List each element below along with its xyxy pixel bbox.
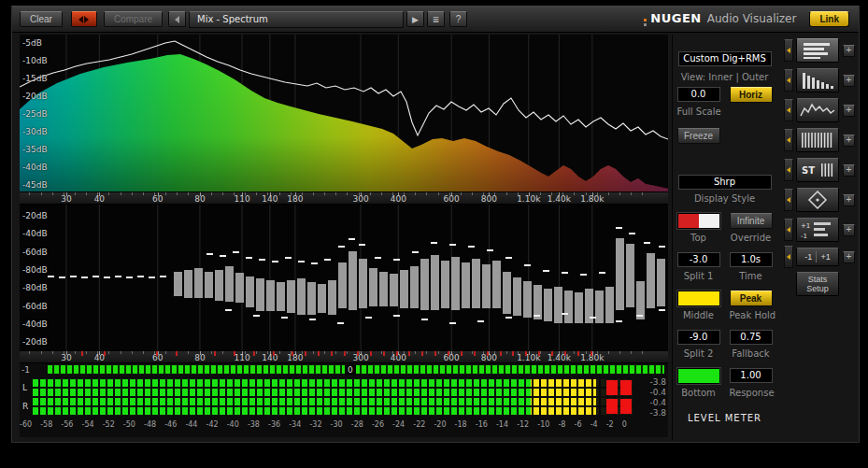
clip-marker [357, 351, 359, 356]
frequency-label: 40 [94, 194, 105, 204]
module-add-button[interactable]: + [843, 194, 855, 206]
axis-tick [52, 351, 53, 354]
axis-tick [188, 192, 189, 195]
db-label: -45dB [22, 181, 48, 190]
module-prev-button[interactable] [784, 39, 793, 62]
module-lines-display-button[interactable] [796, 38, 839, 63]
fallback-value-box[interactable]: 0.75 [730, 330, 773, 345]
clip-marker [331, 351, 333, 356]
stats-setup-button[interactable]: StatsSetup [796, 272, 839, 296]
position-bar[interactable] [48, 365, 664, 374]
clip-marker [104, 351, 106, 356]
module-prev-button[interactable] [784, 69, 793, 92]
top-color-swatch[interactable] [677, 213, 720, 229]
module-row: + [784, 188, 861, 212]
brand-name: NUGEN [650, 11, 701, 25]
module-row: ST + [784, 158, 861, 182]
clear-button[interactable]: Clear [20, 11, 63, 27]
meter-scale-label: -30 [331, 420, 343, 429]
preset-play-button[interactable]: ▶ [406, 11, 424, 27]
spectrum-display[interactable]: -5dB-10dB-15dB-20dB-25dB-30dB-35dB-40dB-… [20, 35, 668, 191]
axis-tick [86, 192, 87, 195]
clip-marker [591, 351, 592, 356]
axis-tick [41, 192, 42, 195]
link-button[interactable]: Link [809, 11, 849, 27]
bottom-color-swatch[interactable] [677, 368, 720, 384]
module-add-button[interactable]: + [843, 45, 855, 57]
frequency-label: 400 [391, 194, 406, 204]
module-prev-button[interactable] [784, 129, 793, 151]
mode-value-box[interactable]: Custom Dig+RMS [678, 51, 772, 66]
axis-tick [438, 351, 439, 354]
middle-color-swatch[interactable] [677, 291, 720, 306]
svg-text:-1: -1 [801, 233, 807, 240]
axis-tick [41, 351, 42, 354]
axis-tick [438, 192, 439, 195]
module-gain-step-button[interactable]: -1+1 [796, 248, 839, 266]
module-prev-button[interactable] [784, 159, 793, 181]
module-prev-button[interactable] [784, 189, 793, 211]
peak-hold-button[interactable]: Peak [730, 291, 773, 306]
module-prev-button[interactable] [784, 246, 793, 268]
axis-tick [256, 351, 257, 354]
full-scale-label: Full Scale [677, 106, 720, 117]
help-button[interactable]: ? [449, 11, 467, 27]
axis-tick [165, 351, 166, 354]
display-style-value-box[interactable]: Shrp [678, 175, 772, 190]
db-label: -5dB [22, 39, 42, 48]
clip-marker [474, 351, 476, 356]
axis-tick [608, 351, 609, 354]
bottom-label: Bottom [677, 388, 720, 398]
split2-value-box[interactable]: -9.0 [677, 330, 720, 345]
horiz-button[interactable]: Horiz [730, 87, 773, 103]
frequency-label: 80 [194, 194, 205, 204]
clip-marker [273, 351, 275, 356]
compare-button[interactable]: Compare [104, 11, 163, 27]
module-add-button[interactable]: + [843, 135, 855, 147]
split1-value-box[interactable]: -3.0 [677, 252, 720, 267]
meter-scale-label: -14 [496, 420, 508, 429]
position-left-label: -1 [21, 365, 30, 375]
left-arrow-icon [787, 48, 790, 53]
module-prev-button[interactable] [784, 219, 793, 241]
module-waveform-button[interactable] [796, 98, 839, 122]
histogram-display[interactable]: -20dB-40dB-60dB-80dB-80dB-60dB-40dB-20dB [20, 205, 668, 350]
meter-scale-label: -40 [227, 420, 239, 429]
vectorscope-icon [799, 190, 836, 210]
clip-marker [500, 351, 502, 356]
module-spectrogram-button[interactable] [796, 128, 839, 152]
preset-menu-button[interactable]: ≣ [427, 11, 445, 27]
override-button[interactable]: Infinite [730, 213, 773, 229]
response-value-box[interactable]: 1.00 [730, 368, 773, 383]
view-toggle[interactable]: View: Inner | Outer [678, 72, 772, 82]
module-stereo-spectrum-button[interactable]: ST [796, 158, 839, 182]
module-add-button[interactable]: + [843, 75, 855, 87]
meter-row-right: R [20, 398, 668, 415]
module-prev-button[interactable] [784, 99, 793, 121]
module-add-button[interactable]: + [843, 224, 855, 236]
time-value-box[interactable]: 1.0s [730, 252, 773, 267]
axis-tick [381, 192, 382, 195]
lines-display-icon [799, 40, 836, 61]
module-vectorscope-button[interactable] [796, 188, 839, 212]
module-add-button[interactable]: + [843, 105, 855, 117]
module-bargraph-button[interactable] [796, 68, 839, 92]
full-scale-value-box[interactable]: 0.0 [677, 87, 720, 102]
axis-tick [86, 351, 87, 354]
axis-tick [574, 192, 575, 195]
nugen-logo: NUGEN Audio Visualizer [644, 11, 796, 27]
meter-scale-label: -52 [103, 420, 115, 429]
axis-tick [52, 192, 53, 195]
axis-tick [165, 192, 166, 195]
preset-display[interactable]: Mix - Spectrum [189, 11, 404, 28]
freeze-button[interactable]: Freeze [677, 128, 720, 144]
db-label: -20dB [22, 212, 48, 220]
axis-tick [506, 192, 507, 195]
module-loudness-meter-button[interactable]: +1 -1 [796, 218, 839, 242]
module-add-button[interactable]: + [843, 164, 855, 177]
meter-scale-label: -56 [61, 420, 73, 429]
preset-prev-button[interactable] [168, 11, 186, 27]
clip-marker [577, 351, 579, 356]
module-add-button[interactable]: + [843, 251, 855, 263]
ab-toggle-button[interactable] [71, 11, 97, 27]
